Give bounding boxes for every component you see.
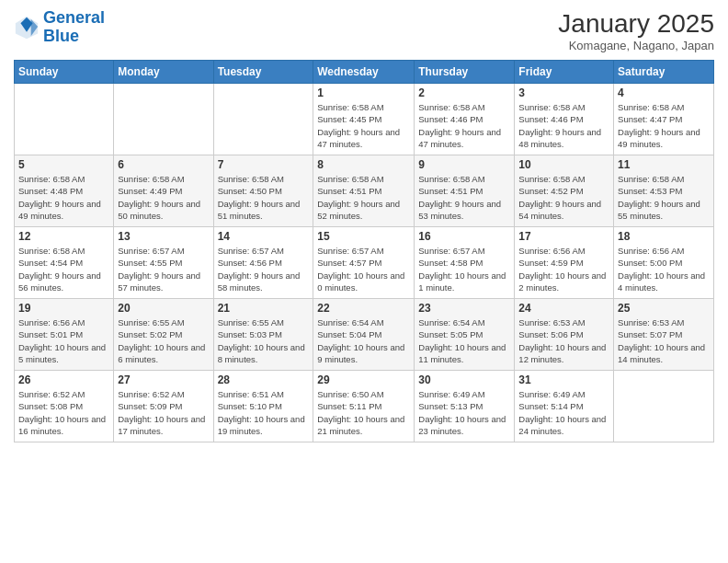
- day-number: 30: [418, 373, 510, 386]
- calendar-cell: 1Sunrise: 6:58 AM Sunset: 4:45 PM Daylig…: [313, 84, 415, 155]
- day-number: 5: [18, 158, 109, 171]
- calendar-cell: 6Sunrise: 6:58 AM Sunset: 4:49 PM Daylig…: [114, 155, 213, 227]
- day-number: 15: [317, 230, 410, 243]
- calendar-cell: 19Sunrise: 6:56 AM Sunset: 5:01 PM Dayli…: [15, 299, 114, 371]
- calendar-cell: 4Sunrise: 6:58 AM Sunset: 4:47 PM Daylig…: [614, 84, 714, 155]
- day-number: 31: [518, 373, 609, 386]
- day-info: Sunrise: 6:58 AM Sunset: 4:46 PM Dayligh…: [518, 101, 609, 150]
- day-number: 22: [317, 302, 410, 315]
- day-info: Sunrise: 6:53 AM Sunset: 5:07 PM Dayligh…: [618, 316, 710, 365]
- day-info: Sunrise: 6:56 AM Sunset: 5:00 PM Dayligh…: [618, 245, 710, 293]
- header-tuesday: Tuesday: [213, 61, 313, 84]
- day-number: 2: [418, 86, 510, 99]
- calendar-cell: 21Sunrise: 6:55 AM Sunset: 5:03 PM Dayli…: [213, 299, 313, 371]
- day-number: 13: [118, 230, 209, 243]
- calendar-header-row: Sunday Monday Tuesday Wednesday Thursday…: [15, 61, 714, 84]
- logo: General Blue: [14, 9, 105, 46]
- calendar-cell: 27Sunrise: 6:52 AM Sunset: 5:09 PM Dayli…: [114, 371, 213, 442]
- day-info: Sunrise: 6:54 AM Sunset: 5:04 PM Dayligh…: [317, 316, 410, 365]
- day-info: Sunrise: 6:58 AM Sunset: 4:52 PM Dayligh…: [518, 173, 609, 222]
- logo-line1: General: [43, 8, 105, 27]
- day-info: Sunrise: 6:58 AM Sunset: 4:47 PM Dayligh…: [618, 101, 710, 150]
- day-info: Sunrise: 6:58 AM Sunset: 4:51 PM Dayligh…: [418, 173, 510, 222]
- header-friday: Friday: [515, 61, 614, 84]
- calendar-cell: 3Sunrise: 6:58 AM Sunset: 4:46 PM Daylig…: [515, 84, 614, 155]
- day-info: Sunrise: 6:56 AM Sunset: 4:59 PM Dayligh…: [518, 245, 609, 293]
- day-info: Sunrise: 6:58 AM Sunset: 4:50 PM Dayligh…: [218, 173, 310, 222]
- calendar-cell: [114, 84, 213, 155]
- logo-line2: Blue: [43, 27, 79, 45]
- calendar-cell: 29Sunrise: 6:50 AM Sunset: 5:11 PM Dayli…: [313, 371, 415, 442]
- day-number: 20: [118, 302, 209, 315]
- header-wednesday: Wednesday: [313, 61, 415, 84]
- day-info: Sunrise: 6:58 AM Sunset: 4:54 PM Dayligh…: [18, 245, 109, 293]
- calendar-week-row: 19Sunrise: 6:56 AM Sunset: 5:01 PM Dayli…: [15, 299, 714, 371]
- day-info: Sunrise: 6:55 AM Sunset: 5:03 PM Dayligh…: [218, 316, 310, 365]
- day-info: Sunrise: 6:58 AM Sunset: 4:46 PM Dayligh…: [418, 101, 510, 150]
- day-number: 24: [518, 302, 609, 315]
- calendar-cell: 17Sunrise: 6:56 AM Sunset: 4:59 PM Dayli…: [515, 227, 614, 299]
- calendar-cell: 20Sunrise: 6:55 AM Sunset: 5:02 PM Dayli…: [114, 299, 213, 371]
- calendar-table: Sunday Monday Tuesday Wednesday Thursday…: [14, 60, 714, 442]
- day-number: 29: [317, 373, 410, 386]
- header-saturday: Saturday: [614, 61, 714, 84]
- day-info: Sunrise: 6:52 AM Sunset: 5:08 PM Dayligh…: [18, 388, 109, 437]
- calendar-cell: 12Sunrise: 6:58 AM Sunset: 4:54 PM Dayli…: [15, 227, 114, 299]
- logo-text: General Blue: [43, 9, 105, 46]
- calendar-cell: 24Sunrise: 6:53 AM Sunset: 5:06 PM Dayli…: [515, 299, 614, 371]
- day-info: Sunrise: 6:58 AM Sunset: 4:45 PM Dayligh…: [317, 101, 410, 150]
- day-info: Sunrise: 6:50 AM Sunset: 5:11 PM Dayligh…: [317, 388, 410, 437]
- day-info: Sunrise: 6:49 AM Sunset: 5:13 PM Dayligh…: [418, 388, 510, 437]
- month-title: January 2025: [558, 9, 714, 39]
- calendar-cell: 8Sunrise: 6:58 AM Sunset: 4:51 PM Daylig…: [313, 155, 415, 227]
- day-number: 28: [218, 373, 310, 386]
- day-number: 25: [618, 302, 710, 315]
- day-info: Sunrise: 6:49 AM Sunset: 5:14 PM Dayligh…: [518, 388, 609, 437]
- calendar-cell: 5Sunrise: 6:58 AM Sunset: 4:48 PM Daylig…: [15, 155, 114, 227]
- calendar-cell: 31Sunrise: 6:49 AM Sunset: 5:14 PM Dayli…: [515, 371, 614, 442]
- day-info: Sunrise: 6:53 AM Sunset: 5:06 PM Dayligh…: [518, 316, 609, 365]
- day-number: 11: [618, 158, 710, 171]
- day-number: 10: [518, 158, 609, 171]
- title-block: January 2025 Komagane, Nagano, Japan: [558, 9, 714, 52]
- calendar-cell: 18Sunrise: 6:56 AM Sunset: 5:00 PM Dayli…: [614, 227, 714, 299]
- day-number: 1: [317, 86, 410, 99]
- calendar-cell: 28Sunrise: 6:51 AM Sunset: 5:10 PM Dayli…: [213, 371, 313, 442]
- calendar-week-row: 26Sunrise: 6:52 AM Sunset: 5:08 PM Dayli…: [15, 371, 714, 442]
- day-info: Sunrise: 6:57 AM Sunset: 4:57 PM Dayligh…: [317, 245, 410, 293]
- calendar-cell: 25Sunrise: 6:53 AM Sunset: 5:07 PM Dayli…: [614, 299, 714, 371]
- day-number: 4: [618, 86, 710, 99]
- logo-icon: [14, 15, 40, 40]
- day-number: 6: [118, 158, 209, 171]
- calendar-cell: 13Sunrise: 6:57 AM Sunset: 4:55 PM Dayli…: [114, 227, 213, 299]
- header-monday: Monday: [114, 61, 213, 84]
- day-info: Sunrise: 6:57 AM Sunset: 4:56 PM Dayligh…: [218, 245, 310, 293]
- calendar-cell: 10Sunrise: 6:58 AM Sunset: 4:52 PM Dayli…: [515, 155, 614, 227]
- calendar-cell: 2Sunrise: 6:58 AM Sunset: 4:46 PM Daylig…: [415, 84, 515, 155]
- calendar-week-row: 5Sunrise: 6:58 AM Sunset: 4:48 PM Daylig…: [15, 155, 714, 227]
- calendar-cell: 14Sunrise: 6:57 AM Sunset: 4:56 PM Dayli…: [213, 227, 313, 299]
- day-number: 19: [18, 302, 109, 315]
- calendar-cell: [614, 371, 714, 442]
- calendar-cell: 9Sunrise: 6:58 AM Sunset: 4:51 PM Daylig…: [415, 155, 515, 227]
- calendar-cell: 7Sunrise: 6:58 AM Sunset: 4:50 PM Daylig…: [213, 155, 313, 227]
- calendar-cell: 15Sunrise: 6:57 AM Sunset: 4:57 PM Dayli…: [313, 227, 415, 299]
- calendar-cell: 23Sunrise: 6:54 AM Sunset: 5:05 PM Dayli…: [415, 299, 515, 371]
- calendar-cell: 26Sunrise: 6:52 AM Sunset: 5:08 PM Dayli…: [15, 371, 114, 442]
- calendar-cell: 16Sunrise: 6:57 AM Sunset: 4:58 PM Dayli…: [415, 227, 515, 299]
- calendar-week-row: 1Sunrise: 6:58 AM Sunset: 4:45 PM Daylig…: [15, 84, 714, 155]
- day-info: Sunrise: 6:58 AM Sunset: 4:51 PM Dayligh…: [317, 173, 410, 222]
- day-number: 17: [518, 230, 609, 243]
- day-number: 27: [118, 373, 209, 386]
- calendar-cell: [15, 84, 114, 155]
- day-info: Sunrise: 6:57 AM Sunset: 4:55 PM Dayligh…: [118, 245, 209, 293]
- day-number: 14: [218, 230, 310, 243]
- day-info: Sunrise: 6:55 AM Sunset: 5:02 PM Dayligh…: [118, 316, 209, 365]
- day-number: 23: [418, 302, 510, 315]
- day-info: Sunrise: 6:54 AM Sunset: 5:05 PM Dayligh…: [418, 316, 510, 365]
- header-thursday: Thursday: [415, 61, 515, 84]
- day-info: Sunrise: 6:56 AM Sunset: 5:01 PM Dayligh…: [18, 316, 109, 365]
- location-subtitle: Komagane, Nagano, Japan: [558, 39, 714, 52]
- header: General Blue January 2025 Komagane, Naga…: [14, 9, 714, 52]
- day-number: 12: [18, 230, 109, 243]
